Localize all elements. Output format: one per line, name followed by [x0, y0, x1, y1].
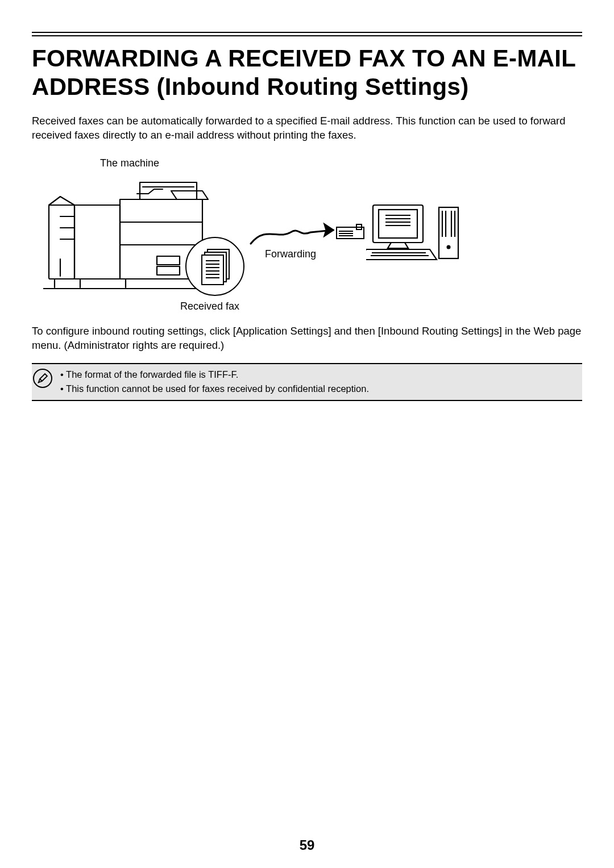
- note-item: The format of the forwarded file is TIFF…: [60, 368, 369, 382]
- svg-rect-25: [373, 205, 423, 243]
- note-list: The format of the forwarded file is TIFF…: [60, 368, 369, 396]
- svg-marker-19: [325, 224, 333, 236]
- figure: The machine Forwarding Received fax: [32, 157, 470, 316]
- note-box: The format of the forwarded file is TIFF…: [32, 363, 582, 402]
- svg-rect-26: [379, 210, 417, 238]
- received-fax-label: Received fax: [180, 301, 239, 312]
- computer-icon: [366, 203, 463, 262]
- double-rule: [32, 32, 582, 36]
- forwarding-arrow-icon: [248, 220, 345, 248]
- svg-line-39: [40, 379, 42, 381]
- forwarding-label: Forwarding: [265, 248, 316, 260]
- svg-point-38: [447, 246, 450, 249]
- machine-label: The machine: [100, 157, 159, 169]
- config-paragraph: To configure inbound routing settings, c…: [32, 324, 582, 353]
- svg-marker-18: [171, 191, 208, 199]
- intro-paragraph: Received faxes can be automatically forw…: [32, 114, 582, 143]
- svg-rect-7: [74, 205, 120, 279]
- document-stack-icon: [201, 249, 229, 284]
- svg-rect-3: [157, 256, 180, 265]
- svg-rect-4: [157, 266, 180, 275]
- received-fax-circle-icon: [185, 237, 244, 296]
- fax-machine-icon: [336, 223, 364, 240]
- page-number: 59: [0, 837, 614, 853]
- note-item: This function cannot be used for faxes r…: [60, 382, 369, 396]
- page-title: FORWARDING A RECEIVED FAX TO AN E-MAIL A…: [32, 44, 582, 101]
- pencil-note-icon: [33, 369, 52, 388]
